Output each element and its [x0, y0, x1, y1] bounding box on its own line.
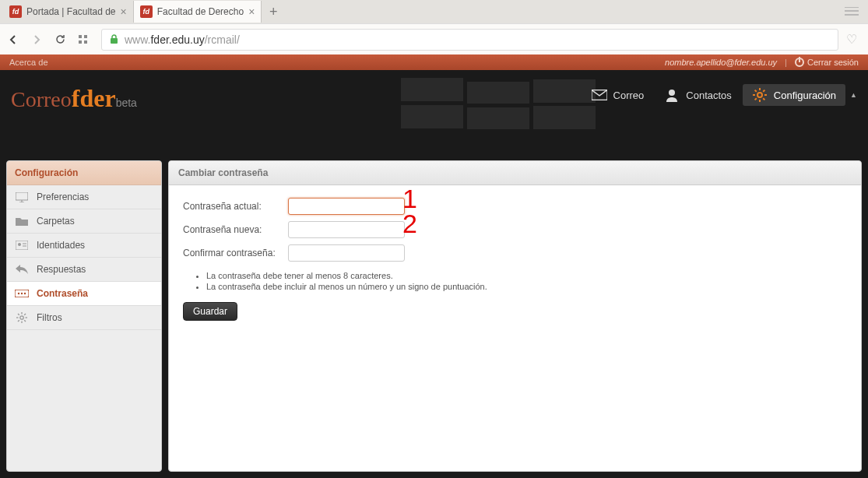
gear-icon: [752, 89, 768, 101]
logout-button[interactable]: Cerrar sesión: [795, 58, 859, 67]
svg-point-26: [24, 293, 26, 294]
lock-icon: [110, 34, 118, 44]
svg-line-15: [763, 90, 764, 92]
svg-rect-2: [79, 40, 82, 44]
monitor-icon: [15, 192, 29, 202]
svg-rect-3: [84, 40, 87, 44]
new-password-input[interactable]: [288, 221, 405, 238]
address-bar-row: www.fder.edu.uy/rcmail/ ♡: [0, 23, 868, 54]
content-header: Cambiar contraseña: [169, 161, 861, 185]
topbar: Acerca de nombre.apellido@fder.edu.uy | …: [0, 54, 868, 70]
reply-icon: [15, 264, 29, 275]
rule-item: La contraseña debe tener al menos 8 cara…: [206, 271, 847, 280]
sidebar: Configuración Preferencias Carpetas Iden…: [6, 160, 162, 472]
svg-point-27: [20, 316, 23, 319]
logo: Correofderbeta: [11, 84, 137, 113]
about-link[interactable]: Acerca de: [9, 58, 48, 67]
nav-contacts[interactable]: Contactos: [655, 84, 741, 106]
mail-icon: [592, 89, 607, 101]
tab-title: Facultad de Derecho: [157, 6, 244, 17]
svg-line-12: [754, 90, 756, 92]
forward-button[interactable]: [31, 34, 47, 45]
svg-point-25: [21, 293, 23, 294]
sidebar-item-identidades[interactable]: Identidades: [7, 234, 161, 258]
sidebar-item-preferencias[interactable]: Preferencias: [7, 185, 161, 209]
close-icon[interactable]: ×: [121, 5, 127, 18]
reload-button[interactable]: [54, 33, 70, 45]
svg-line-35: [24, 314, 26, 315]
content-panel: Cambiar contraseña Contraseña actual: Co…: [168, 160, 862, 472]
svg-rect-1: [84, 35, 87, 38]
label-confirm-password: Confirmar contraseña:: [183, 248, 288, 258]
main-area: Configuración Preferencias Carpetas Iden…: [0, 154, 868, 478]
sidebar-item-label: Identidades: [37, 240, 85, 251]
sidebar-item-label: Respuestas: [37, 264, 86, 275]
sidebar-item-label: Preferencias: [37, 192, 89, 202]
chevron-up-icon[interactable]: ▲: [850, 91, 857, 99]
svg-point-7: [757, 93, 762, 97]
sidebar-header: Configuración: [7, 161, 161, 185]
apps-icon[interactable]: [78, 34, 93, 45]
save-button[interactable]: Guardar: [183, 302, 237, 321]
password-rules: La contraseña debe tener al menos 8 cara…: [206, 271, 847, 291]
confirm-password-input[interactable]: [288, 244, 405, 262]
browser-tab-0[interactable]: fd Portada | Facultad de ×: [3, 1, 134, 23]
close-icon[interactable]: ×: [248, 5, 255, 18]
browser-tab-1[interactable]: fd Facultad de Derecho ×: [134, 1, 262, 23]
sidebar-item-carpetas[interactable]: Carpetas: [7, 209, 161, 234]
tabs-row: fd Portada | Facultad de × fd Facultad d…: [0, 0, 868, 23]
content-body: Contraseña actual: Contraseña nueva: Con…: [169, 185, 861, 333]
svg-point-24: [18, 293, 19, 294]
svg-rect-4: [111, 38, 118, 44]
folder-icon: [15, 216, 29, 227]
sidebar-item-label: Contraseña: [37, 288, 88, 299]
favicon-icon: fd: [140, 5, 153, 18]
card-icon: [15, 240, 29, 251]
person-icon: [664, 89, 680, 101]
svg-line-14: [754, 98, 756, 100]
password-icon: [15, 288, 29, 299]
favicon-icon: fd: [9, 5, 22, 18]
sidebar-item-contrasena[interactable]: Contraseña: [7, 282, 161, 306]
annotation-2: 2: [402, 209, 417, 239]
nav-mail[interactable]: Correo: [582, 84, 654, 106]
svg-rect-0: [79, 35, 82, 38]
main-nav: Correo Contactos Configuración ▲: [582, 84, 857, 106]
browser-chrome: fd Portada | Facultad de × fd Facultad d…: [0, 0, 868, 54]
user-email: nombre.apellido@fder.edu.uy: [665, 58, 777, 67]
label-current-password: Contraseña actual:: [183, 201, 288, 212]
sidebar-item-filtros[interactable]: Filtros: [7, 306, 161, 330]
favorite-icon[interactable]: ♡: [846, 32, 857, 47]
url-bar[interactable]: www.fder.edu.uy/rcmail/: [101, 29, 838, 51]
svg-point-6: [669, 90, 675, 96]
svg-line-34: [18, 320, 19, 322]
back-button[interactable]: [8, 34, 23, 45]
header: Correofderbeta Correo Contactos Configur…: [0, 70, 868, 154]
menu-icon[interactable]: [845, 7, 859, 16]
power-icon: [795, 58, 804, 67]
gear-icon: [15, 312, 29, 323]
tab-title: Portada | Facultad de: [26, 6, 116, 17]
nav-settings[interactable]: Configuración: [743, 84, 845, 106]
sidebar-item-label: Filtros: [37, 312, 62, 323]
svg-line-33: [24, 320, 26, 322]
url-text: www.fder.edu.uy/rcmail/: [125, 33, 240, 46]
svg-rect-16: [16, 192, 28, 200]
svg-point-20: [18, 243, 21, 246]
svg-rect-19: [16, 241, 28, 250]
rule-item: La contraseña debe incluir al menos un n…: [206, 282, 847, 291]
current-password-input[interactable]: [288, 198, 405, 215]
sidebar-item-respuestas[interactable]: Respuestas: [7, 258, 161, 282]
label-new-password: Contraseña nueva:: [183, 224, 288, 235]
new-tab-button[interactable]: +: [262, 4, 285, 20]
sidebar-item-label: Carpetas: [37, 216, 75, 227]
svg-line-13: [763, 98, 764, 100]
svg-line-32: [18, 314, 19, 315]
